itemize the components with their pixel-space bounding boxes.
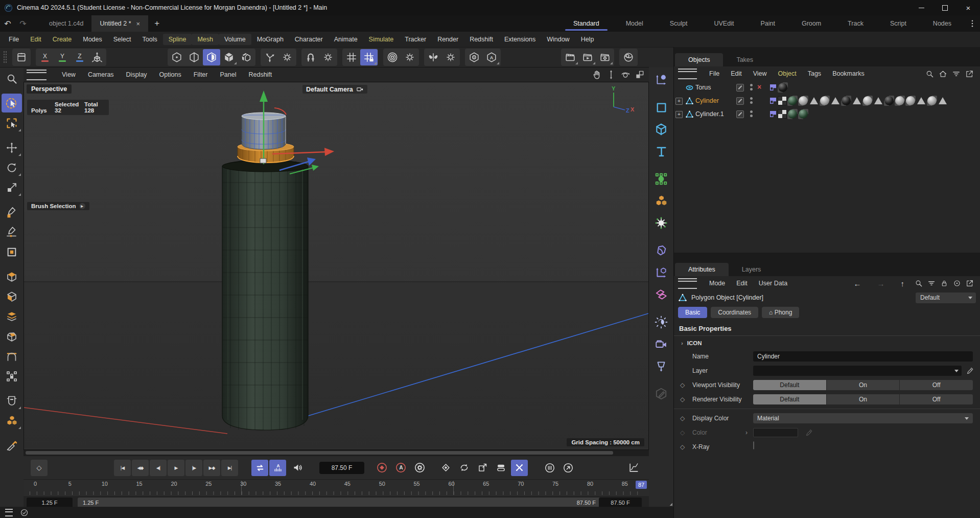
target-icon[interactable] [953, 279, 961, 287]
tag-icon[interactable] [852, 96, 862, 106]
knife-tool-button[interactable] [2, 436, 22, 455]
menu-item[interactable]: MoGraph [251, 34, 289, 45]
tag-icon[interactable] [895, 96, 905, 106]
viewport-menu-item[interactable]: Panel [214, 70, 242, 80]
object-row-cylinder1[interactable]: + Cylinder.1 [674, 107, 980, 121]
layout-tab[interactable]: Paint [747, 15, 788, 32]
orbit-icon[interactable] [620, 70, 631, 80]
tag-icon[interactable] [938, 96, 948, 106]
layout-tab[interactable]: Groom [788, 15, 834, 32]
viewport-menu-item[interactable]: Filter [188, 70, 214, 80]
extrude-tool-button[interactable] [2, 267, 22, 286]
live-selection-button[interactable] [2, 94, 22, 112]
view-label[interactable]: Perspective [27, 84, 72, 94]
expand-toggle[interactable]: + [675, 98, 683, 105]
sphere-globe-button[interactable] [620, 49, 637, 65]
xray-checkbox[interactable] [753, 441, 754, 449]
rotate-tool-button[interactable] [2, 158, 22, 177]
cloner-button[interactable] [651, 191, 671, 211]
nav-forward-icon[interactable]: → [872, 278, 891, 289]
visibility-dots[interactable] [750, 84, 753, 86]
pan-hand-icon[interactable] [592, 70, 602, 80]
tag-icon[interactable] [778, 109, 787, 119]
icon-group-header[interactable]: › ICON [674, 336, 980, 349]
layout-tab[interactable]: Sculpt [657, 15, 701, 32]
tag-icon[interactable] [916, 96, 926, 106]
modeling-settings-button[interactable] [401, 49, 418, 65]
segment-off[interactable]: Off [900, 394, 973, 404]
spline-rectangle-button[interactable] [651, 97, 671, 118]
tag-icon[interactable] [841, 96, 851, 106]
tag-icon[interactable] [873, 96, 883, 106]
tag-icon[interactable] [905, 96, 916, 106]
manager-tab[interactable]: Attributes [675, 263, 729, 276]
subdivide-button[interactable] [2, 307, 22, 326]
segment-default[interactable]: Default [753, 380, 826, 390]
menu-item[interactable]: Tools [137, 34, 163, 45]
tag-icon[interactable] [798, 96, 808, 106]
weld-tool-button[interactable] [2, 391, 22, 410]
modeling-rings-button[interactable] [384, 49, 401, 65]
attribute-tab-chip[interactable]: Basic [678, 307, 707, 318]
bridge-tool-button[interactable] [2, 347, 22, 366]
expand-toggle[interactable]: + [675, 111, 683, 118]
attribute-tab-chip[interactable]: Coordinates [711, 307, 758, 318]
menu-item[interactable]: Modes [77, 34, 108, 45]
timeline-ruler[interactable]: 0510152025303540455055606570758085 87 [24, 479, 649, 496]
move-tool-button[interactable] [2, 138, 22, 157]
chevron-down-icon[interactable] [954, 370, 959, 372]
bevel-tool-button[interactable] [2, 327, 22, 346]
tag-icon[interactable] [884, 96, 894, 106]
tag-icon[interactable] [927, 96, 937, 106]
document-tab[interactable]: object 1.c4d [41, 15, 91, 32]
edit-enable-toggle[interactable] [736, 110, 744, 118]
layout-menu-button[interactable] [965, 15, 980, 32]
menu-item[interactable]: Character [289, 34, 329, 45]
attribute-menu-item[interactable]: Mode [704, 278, 731, 288]
viewport-canvas[interactable]: Perspective Default Camera SelectedTotal… [24, 82, 649, 450]
layout-tab[interactable]: Model [613, 15, 657, 32]
attribute-tab-chip[interactable]: ⌂ Phong [762, 307, 799, 318]
ramp-button[interactable] [559, 460, 576, 476]
object-manager-menu-item[interactable]: File [704, 69, 725, 79]
extrude-inner-button[interactable] [2, 287, 22, 306]
dolly-zoom-icon[interactable] [606, 70, 616, 80]
key-scale-button[interactable] [474, 460, 491, 476]
tag-icon[interactable] [778, 96, 787, 105]
keyable-diamond-icon[interactable]: ◇ [680, 396, 685, 403]
tag-icon[interactable] [787, 109, 798, 119]
eyedropper-icon[interactable] [966, 367, 974, 375]
menu-item[interactable]: Redshift [464, 34, 499, 45]
menu-item[interactable]: Window [541, 34, 575, 45]
key-pla-button[interactable] [511, 460, 528, 476]
display-color-dropdown[interactable]: Material [753, 413, 973, 423]
visibility-dots[interactable] [750, 97, 753, 100]
segment-default[interactable]: Default [753, 394, 826, 404]
polygons-mode-button[interactable] [203, 49, 220, 65]
add-document-button[interactable]: + [148, 15, 166, 32]
text-object-button[interactable] [651, 141, 671, 162]
render-view-settings-button[interactable] [13, 49, 30, 65]
viewport-menu-item[interactable]: Display [120, 70, 153, 80]
attribute-menu-icon[interactable] [678, 278, 697, 289]
redo-button[interactable]: ↷ [15, 15, 31, 32]
symmetry-toggle-button[interactable] [425, 49, 442, 65]
record-keyframe-button[interactable] [374, 460, 390, 476]
layout-tab[interactable]: UVEdit [701, 15, 748, 32]
search-icon[interactable] [925, 70, 934, 78]
nav-up-icon[interactable]: ↑ [895, 278, 911, 289]
points-mode-button[interactable] [168, 49, 185, 65]
viewport-menu-item[interactable]: Options [153, 70, 188, 80]
object-name[interactable]: Torus [695, 84, 711, 91]
menu-item[interactable]: Tracker [399, 34, 432, 45]
viewport-menu-item[interactable]: View [56, 70, 82, 80]
manager-tab[interactable]: Objects [675, 53, 723, 66]
minimize-button[interactable] [909, 0, 933, 15]
volume-cubes-button[interactable] [2, 411, 22, 430]
range-end-field[interactable]: 87.50 F [599, 498, 642, 508]
snap-toggle-button[interactable] [302, 49, 319, 65]
undo-button[interactable]: ↶ [0, 15, 15, 32]
open-external-icon[interactable] [965, 70, 974, 78]
tag-icon[interactable] [787, 96, 798, 106]
timeline-editor-button[interactable] [625, 460, 642, 476]
